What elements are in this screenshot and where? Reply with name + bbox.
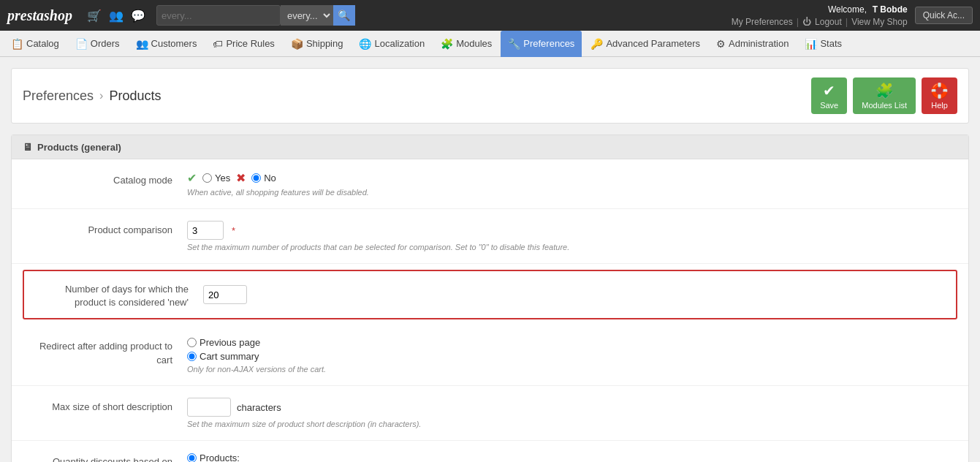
navbar: 📋 Catalog 📄 Orders 👥 Customers 🏷 Price R…	[0, 31, 980, 57]
speech-icon[interactable]: 💬	[131, 9, 145, 23]
new-days-controls: 20	[203, 285, 247, 304]
shipping-icon: 📦	[291, 38, 303, 50]
redirect-after-cart-row: Redirect after adding product to cart Pr…	[12, 325, 968, 386]
top-bar: prestashop 🛒 👥 💬 every... 🔍 Welcome, T B…	[0, 0, 980, 31]
main-content: Preferences › Products ✔ Save 🧩 Modules …	[0, 57, 980, 462]
divider1: |	[797, 16, 799, 27]
welcome-text: Welcome,	[828, 4, 867, 15]
product-comparison-controls: 3 * Set the maximum number of products t…	[187, 221, 954, 251]
quantity-discounts-row: Quantity discounts based on Products: Co…	[12, 441, 968, 462]
nav-item-price-rules[interactable]: 🏷 Price Rules	[205, 31, 281, 57]
new-days-input[interactable]: 20	[203, 285, 247, 304]
panel-header-icon: 🖥	[23, 141, 33, 153]
catalog-mode-row: Catalog mode ✔ Yes ✖ No When active, all…	[12, 159, 968, 209]
redirect-after-cart-controls: Previous page Cart summary Only for non-…	[187, 337, 954, 374]
welcome-name: T Bobde	[873, 4, 908, 15]
cart-icon[interactable]: 🛒	[87, 9, 102, 23]
cross-icon: ✖	[236, 171, 246, 185]
divider2: |	[846, 16, 848, 27]
nav-label-price-rules: Price Rules	[226, 38, 274, 49]
nav-item-preferences[interactable]: 🔧 Preferences	[501, 31, 582, 57]
nav-label-preferences: Preferences	[523, 38, 574, 49]
previous-page-radio[interactable]	[187, 338, 197, 347]
logout-icon: ⏻	[802, 17, 811, 27]
nav-item-shipping[interactable]: 📦 Shipping	[284, 31, 351, 57]
nav-label-catalog: Catalog	[26, 38, 59, 49]
breadcrumb-parent[interactable]: Preferences	[23, 88, 94, 104]
panel-title: Products (general)	[37, 142, 121, 153]
top-right-area: Welcome, T Bobde My Preferences | ⏻ Logo…	[732, 4, 908, 27]
short-description-help: Set the maximum size of product short de…	[187, 420, 954, 428]
orders-icon: 📄	[75, 38, 88, 50]
nav-item-administration[interactable]: ⚙ Administration	[709, 31, 796, 57]
save-icon: ✔	[823, 82, 835, 99]
products-radio[interactable]	[187, 453, 197, 462]
breadcrumb-current: Products	[109, 88, 161, 104]
nav-label-shipping: Shipping	[306, 38, 343, 49]
modules-list-icon: 🧩	[875, 82, 894, 99]
quantity-discounts-controls: Products: Combinations	[187, 452, 954, 462]
welcome-line: Welcome, T Bobde	[828, 4, 908, 15]
nav-label-modules: Modules	[456, 38, 492, 49]
short-description-row: Max size of short description characters…	[12, 386, 968, 441]
stats-icon: 📊	[805, 38, 817, 50]
catalog-mode-yes-option: Yes	[202, 173, 230, 183]
search-input[interactable]	[156, 5, 281, 26]
customers-icon: 👥	[136, 38, 148, 50]
previous-page-option: Previous page	[187, 337, 954, 348]
advanced-parameters-icon: 🔑	[590, 38, 603, 50]
localization-icon: 🌐	[359, 38, 371, 50]
my-preferences-link[interactable]: My Preferences	[732, 17, 793, 27]
view-my-shop-link[interactable]: View My Shop	[851, 17, 907, 27]
quantity-discounts-label: Quantity discounts based on	[26, 452, 187, 462]
catalog-mode-yes-label: Yes	[215, 173, 230, 183]
short-description-unit: characters	[237, 402, 281, 413]
catalog-mode-controls: ✔ Yes ✖ No When active, all shopping fea…	[187, 171, 954, 197]
catalog-mode-yes-radio[interactable]	[202, 173, 212, 183]
nav-item-catalog[interactable]: 📋 Catalog	[4, 31, 67, 57]
catalog-mode-label: Catalog mode	[26, 171, 187, 187]
nav-item-stats[interactable]: 📊 Stats	[797, 31, 849, 57]
product-comparison-row: Product comparison 3 * Set the maximum n…	[12, 209, 968, 264]
quick-access-button[interactable]: Quick Ac...	[915, 7, 973, 24]
product-comparison-input[interactable]: 3	[187, 221, 224, 240]
logout-link[interactable]: Logout	[815, 17, 842, 27]
products-option: Products:	[187, 452, 954, 462]
cart-summary-radio[interactable]	[187, 352, 197, 361]
search-select[interactable]: every...	[281, 5, 333, 26]
short-description-input[interactable]	[187, 398, 231, 417]
preferences-icon: 🔧	[508, 38, 520, 50]
products-label: Products:	[200, 452, 240, 462]
nav-item-localization[interactable]: 🌐 Localization	[352, 31, 432, 57]
modules-list-button[interactable]: 🧩 Modules List	[853, 77, 916, 114]
help-icon: 🛟	[930, 82, 949, 99]
nav-label-advanced-parameters: Advanced Parameters	[606, 38, 700, 49]
catalog-mode-no-option: No	[251, 173, 276, 183]
people-icon[interactable]: 👥	[109, 9, 124, 23]
help-button[interactable]: 🛟 Help	[922, 77, 957, 114]
nav-label-orders: Orders	[91, 38, 120, 49]
required-star: *	[232, 225, 235, 236]
nav-label-stats: Stats	[820, 38, 842, 49]
nav-label-administration: Administration	[729, 38, 789, 49]
nav-label-customers: Customers	[151, 38, 197, 49]
save-label: Save	[820, 101, 838, 110]
save-button[interactable]: ✔ Save	[811, 77, 847, 114]
nav-item-orders[interactable]: 📄 Orders	[68, 31, 127, 57]
administration-icon: ⚙	[716, 38, 726, 50]
price-rules-icon: 🏷	[213, 38, 223, 50]
catalog-mode-help: When active, all shopping features will …	[187, 188, 954, 197]
help-label: Help	[931, 101, 948, 110]
nav-item-customers[interactable]: 👥 Customers	[129, 31, 205, 57]
redirect-after-cart-label: Redirect after adding product to cart	[26, 337, 187, 366]
check-icon: ✔	[187, 171, 197, 185]
product-comparison-help: Set the maximum number of products that …	[187, 243, 954, 251]
nav-item-modules[interactable]: 🧩 Modules	[433, 31, 499, 57]
modules-list-label: Modules List	[862, 101, 907, 110]
search-button[interactable]: 🔍	[333, 5, 355, 26]
breadcrumb: Preferences › Products	[23, 88, 161, 104]
short-description-controls: characters Set the maximum size of produ…	[187, 398, 954, 428]
catalog-mode-no-radio[interactable]	[251, 173, 261, 183]
new-days-label: Number of days for which the product is …	[35, 280, 203, 309]
nav-item-advanced-parameters[interactable]: 🔑 Advanced Parameters	[583, 31, 707, 57]
